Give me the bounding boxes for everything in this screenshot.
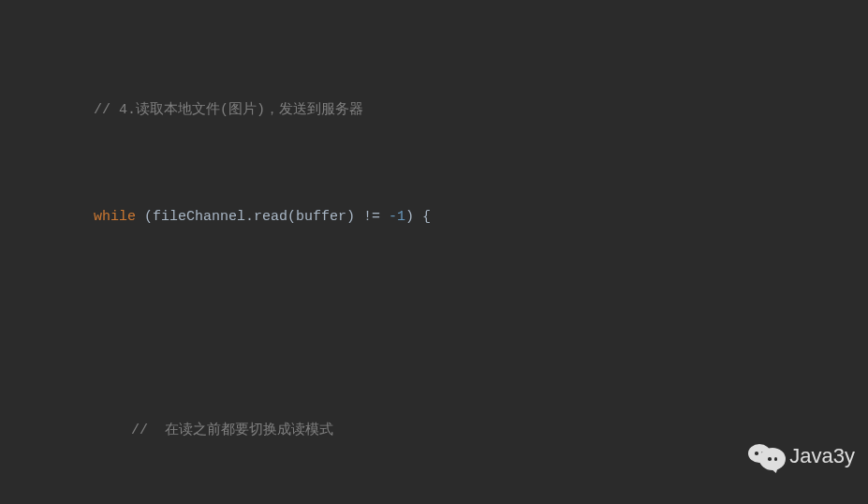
comment: // 4.读取本地文件(图片)，发送到服务器 (94, 102, 363, 118)
watermark: Java3y (748, 437, 855, 476)
code-line: while (fileChannel.read(buffer) != -1) { (0, 204, 868, 231)
blank-line (0, 311, 868, 338)
code-editor[interactable]: // 4.读取本地文件(图片)，发送到服务器 while (fileChanne… (0, 0, 868, 504)
code-line: // 在读之前都要切换成读模式 (0, 418, 868, 445)
code-line: // 4.读取本地文件(图片)，发送到服务器 (0, 97, 868, 125)
keyword-while: while (94, 209, 136, 225)
wechat-icon (748, 440, 784, 472)
watermark-text: Java3y (789, 437, 855, 476)
comment: // 在读之前都要切换成读模式 (131, 422, 333, 438)
